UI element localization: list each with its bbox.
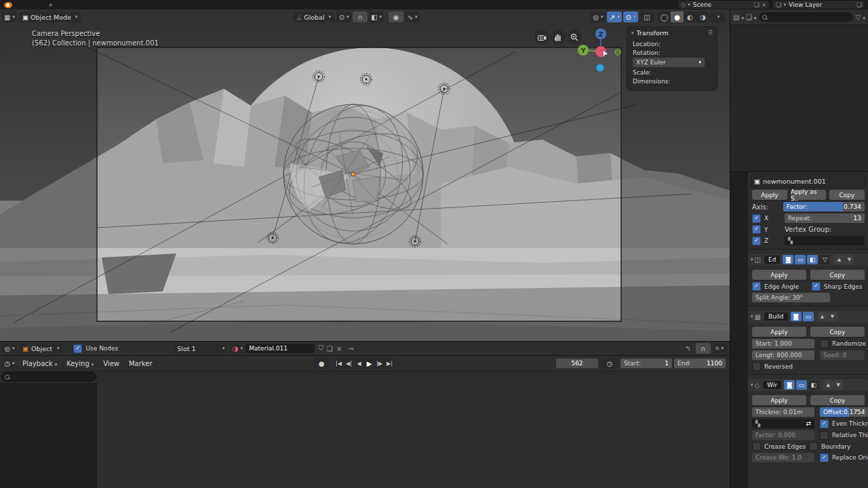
editor-type-button[interactable]: ◷▾ [2, 358, 17, 369]
randomize-checkbox[interactable] [820, 340, 829, 348]
axis-z-checkbox[interactable]: ✓ [752, 237, 761, 245]
gizmos-button[interactable]: ↗▾ [607, 12, 622, 22]
wireframe-factor-field[interactable]: Factor: 0.000 [752, 430, 814, 440]
build-copy-button[interactable]: Copy [810, 327, 865, 337]
wireframe-moveup-button[interactable]: ▲ [823, 380, 833, 390]
auto-keying-button[interactable]: ● [314, 358, 329, 369]
outliner-search-input[interactable] [759, 12, 852, 22]
proportional-falloff-button[interactable]: ∿▾ [405, 12, 420, 22]
shading-wireframe-button[interactable]: ◯ [658, 12, 671, 22]
outliner-filter-button[interactable]: ▽▾ [856, 14, 865, 21]
mod1-apply-button[interactable]: Apply [752, 190, 787, 200]
outliner-filter-mode-button[interactable]: ❏▾ [746, 14, 756, 21]
wireframe-apply-button[interactable]: Apply [752, 395, 806, 405]
scene-selector[interactable]: ◇▾ Scene ❏ × [677, 0, 770, 9]
fake-user-shield-icon[interactable]: ⛉ [318, 344, 323, 352]
wireframe-panel-header[interactable]: ▾ ◇ Wir ◙ ▭ ◧ ▲▼ [748, 379, 868, 391]
material-name-field[interactable]: Material.011 [245, 344, 315, 353]
shading-solid-button[interactable]: ● [671, 12, 684, 22]
edgesplit-moveup-button[interactable]: ▲ [834, 255, 844, 264]
edgesplit-apply-button[interactable]: Apply [752, 270, 806, 280]
repeat-field[interactable]: Repeat:13 [785, 214, 865, 223]
browse-material-button[interactable]: ◑▾ [230, 343, 245, 354]
edgesplit-movedown-button[interactable]: ▼ [844, 255, 854, 264]
frame-end-field[interactable]: End:1100 [674, 359, 726, 368]
rotation-mode-dropdown[interactable]: XYZ Euler▾ [633, 58, 705, 67]
build-viewport-toggle[interactable]: ▭ [803, 312, 814, 321]
properties-breadcrumb[interactable]: ▣ newmonument.001 [751, 174, 866, 188]
playback-menu[interactable]: Playback▾ [18, 360, 62, 367]
mod1-apply-as-button[interactable]: Apply as S.. [791, 190, 826, 200]
wireframe-name-field[interactable]: Wir [763, 381, 781, 389]
xray-toggle-button[interactable]: ◫ [639, 12, 654, 22]
edgesplit-name-field[interactable]: Ed [764, 256, 780, 264]
timeline-search-box[interactable] [1, 372, 96, 382]
new-material-icon[interactable]: ❏ [327, 345, 333, 352]
wireframe-copy-button[interactable]: Copy [810, 395, 865, 405]
unlink-material-icon[interactable]: × [336, 344, 342, 353]
build-name-field[interactable]: Build [764, 312, 788, 321]
edgesplit-editmode-toggle[interactable]: ◧ [807, 255, 818, 264]
sharp-edges-checkbox[interactable]: ✓ [812, 282, 821, 291]
add-workspace-button[interactable]: + [42, 0, 60, 9]
build-length-field[interactable]: Lengt: 800.000 [752, 350, 814, 360]
build-start-field[interactable]: Start: 1.000 [752, 339, 814, 348]
shader-type-selector[interactable]: ▣ Object ▾ [19, 343, 62, 354]
frame-start-field[interactable]: Start:1 [620, 359, 672, 368]
jump-to-start-button[interactable]: |◀ [334, 361, 344, 367]
mode-selector[interactable]: ▣ Object Mode ▾ [19, 12, 81, 22]
replace-original-checkbox[interactable]: ✓ [820, 453, 829, 462]
unlink-scene-icon[interactable]: × [762, 1, 767, 8]
new-view-layer-icon[interactable]: ❏ [856, 1, 862, 8]
axis-y-checkbox[interactable]: ✓ [752, 225, 761, 234]
proportional-edit-button[interactable]: ◉ [389, 12, 403, 22]
editor-type-button[interactable]: ◎▾ [2, 343, 17, 354]
node-snap-button[interactable]: ∩ [696, 343, 711, 354]
shading-rendered-button[interactable]: ◑ [696, 12, 709, 22]
panel-drag-icon[interactable]: ⠿ [708, 29, 713, 37]
edgesplit-copy-button[interactable]: Copy [810, 270, 865, 280]
vertex-group-field[interactable]: ▚ [785, 236, 865, 245]
slot-selector[interactable]: Slot 1▾ [174, 343, 228, 354]
timeline-content[interactable] [0, 383, 730, 488]
edge-angle-checkbox[interactable]: ✓ [752, 282, 761, 291]
viewport-3d[interactable]: Camera Perspective (562) Collection | ne… [0, 24, 730, 341]
navigation-gizmo[interactable]: Z Y [573, 26, 625, 73]
edgesplit-render-toggle[interactable]: ◙ [783, 255, 793, 264]
collapse-icon[interactable]: ▾ [751, 314, 753, 319]
relative-thickness-checkbox[interactable] [820, 431, 829, 440]
next-keyframe-button[interactable]: |▶ [374, 361, 384, 367]
build-movedown-button[interactable]: ▼ [828, 312, 837, 321]
wireframe-viewport-toggle[interactable]: ▭ [796, 380, 807, 390]
wireframe-vgroup-field[interactable]: ▚⇄ [752, 419, 814, 428]
collapse-icon[interactable]: ▾ [751, 382, 753, 388]
axis-x-checkbox[interactable]: ✓ [752, 214, 761, 223]
parent-node-tree-icon[interactable]: ↰ [686, 345, 691, 352]
factor-slider[interactable]: Factor: 0.734 [783, 202, 865, 211]
build-render-toggle[interactable]: ◙ [791, 312, 802, 321]
wireframe-movedown-button[interactable]: ▼ [833, 380, 843, 390]
shading-material-button[interactable]: ◐ [684, 12, 696, 22]
current-frame-field[interactable]: 562 [556, 359, 598, 368]
snap-toggle-button[interactable]: ∩ [353, 12, 368, 22]
edgesplit-cage-toggle[interactable]: ▽ [819, 255, 830, 264]
view-layer-selector[interactable]: ❏▾ View Layer ❏ [772, 0, 865, 9]
wireframe-editmode-toggle[interactable]: ◧ [808, 380, 819, 390]
collapse-icon[interactable]: ▾ [751, 257, 753, 262]
pan-view-button[interactable] [551, 30, 566, 45]
blender-logo-icon[interactable] [4, 2, 12, 8]
play-reverse-button[interactable]: ◀ [354, 361, 364, 367]
wireframe-render-toggle[interactable]: ◙ [784, 380, 795, 390]
keying-menu[interactable]: Keying▾ [62, 360, 98, 367]
timeline-ruler[interactable] [0, 371, 730, 384]
edgesplit-viewport-toggle[interactable]: ▭ [795, 255, 806, 264]
use-preview-range-button[interactable]: ◷ [602, 358, 617, 369]
build-panel-header[interactable]: ▾ ▦ Build ◙ ▭ ▲▼ [748, 310, 868, 323]
snap-target-button[interactable]: ◧▾ [369, 12, 384, 22]
outliner-display-mode-button[interactable]: ▤▾ [733, 14, 744, 21]
camera-view-button[interactable] [534, 30, 549, 45]
marker-menu[interactable]: Marker [124, 360, 157, 367]
split-angle-field[interactable]: Split Angle: 30° [752, 293, 830, 302]
build-apply-button[interactable]: Apply [752, 327, 806, 337]
object-visibility-button[interactable]: ◎▾ [591, 12, 606, 22]
